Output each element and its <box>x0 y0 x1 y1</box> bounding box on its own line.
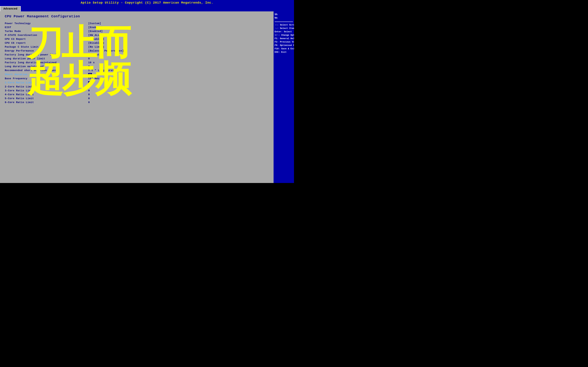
setting-value: [Enabled] <box>88 30 103 33</box>
setting-label: Power Technology <box>5 22 88 25</box>
setting-label: Base Frequency <box>5 77 88 80</box>
setting-label: 1-Core Ratio Limit <box>5 81 88 84</box>
main-content: CPU Power Management Configuration Power… <box>0 11 294 183</box>
setting-row[interactable]: CPU C3 Report[Disabled] <box>5 38 269 41</box>
setting-row[interactable]: Power Technology[Custom] <box>5 22 269 25</box>
right-key: ↑↓: Select Item <box>275 27 293 30</box>
setting-row[interactable]: Short duration power limit0 <box>5 73 269 76</box>
setting-label: 4-Core Ratio Limit <box>5 93 88 96</box>
setting-label: 6-Core Ratio Limit <box>5 101 88 104</box>
setting-value: 10 s <box>88 61 95 64</box>
left-panel: CPU Power Management Configuration Power… <box>0 11 274 183</box>
setting-value: 0 <box>88 93 90 96</box>
right-panel: Sh Wa →←: Select Screen↑↓: Select ItemEn… <box>274 11 294 183</box>
setting-row[interactable]: 4-Core Ratio Limit0 <box>5 93 269 96</box>
setting-value: 0 <box>88 57 90 60</box>
right-divider <box>275 22 293 22</box>
right-key: Enter: Select <box>275 30 293 33</box>
right-key: F1: General Help <box>275 37 293 40</box>
setting-row[interactable]: CPU C6 report[Disabled] <box>5 42 269 45</box>
setting-label: 3-Core Ratio Limit <box>5 89 88 92</box>
setting-label: Recommended short duration power l <box>5 69 88 72</box>
setting-label: P-STATE Coordination <box>5 34 88 37</box>
setting-value: [Custom] <box>88 22 101 25</box>
setting-label: CPU C6 report <box>5 42 88 45</box>
setting-value: 1.2 * Long Duration <box>88 69 119 72</box>
right-key: F10: Save & Exit <box>275 47 293 50</box>
setting-row[interactable]: Turbo Mode[Enabled] <box>5 30 269 33</box>
setting-value: 0 <box>88 73 92 76</box>
setting-value: 0 <box>88 89 90 92</box>
right-key: F2: Previous Values <box>275 41 293 43</box>
setting-label: Turbo Mode <box>5 30 88 33</box>
setting-label: EIST <box>5 26 88 29</box>
right-label-wa: Wa <box>275 17 293 19</box>
setting-value: [Disabled] <box>88 38 104 41</box>
setting-label: CPU C3 Report <box>5 38 88 41</box>
setting-label: Short duration power limit <box>5 73 88 76</box>
setting-value: 130 Watts <box>88 53 103 56</box>
setting-label: 2-Core Ratio Limit <box>5 85 88 88</box>
setting-value: [Enabled] <box>88 26 103 29</box>
right-key: ESC: Exit <box>275 51 293 53</box>
header-title: Aptio Setup Utility - Copyright (C) 2017… <box>81 1 213 4</box>
setting-value: [HW_ALL] <box>88 34 101 37</box>
setting-row[interactable]: Long duration maintained0 <box>5 65 269 68</box>
setting-value: [Balanced Performance] <box>88 50 124 52</box>
right-key: +/-: Change Opt. <box>275 34 293 36</box>
setting-label: Factory long duration power limit <box>5 53 88 56</box>
tab-advanced[interactable]: Advanced <box>0 6 21 11</box>
setting-row[interactable]: Base Frequency133 MHz <box>5 77 269 80</box>
setting-label: Energy Performance <box>5 50 88 52</box>
page-title: CPU Power Management Configuration <box>5 15 269 18</box>
right-key: F9: Optimized Defaults <box>275 44 293 47</box>
header-bar: Aptio Setup Utility - Copyright (C) 2017… <box>0 0 294 5</box>
settings-container: Power Technology[Custom]EIST[Enabled]Tur… <box>5 22 269 104</box>
setting-row[interactable]: 1-Core Ratio Limit0 <box>5 81 269 84</box>
tab-bar: Advanced <box>0 5 294 11</box>
setting-value: 0 <box>88 65 90 68</box>
setting-row[interactable]: Factory long duration power limit130 Wat… <box>5 53 269 56</box>
setting-value: 0 <box>88 97 90 100</box>
setting-row[interactable]: Package C State Limit[No Limit] <box>5 46 269 49</box>
setting-value: 0 <box>88 85 90 88</box>
setting-value: [No Limit] <box>88 46 104 49</box>
setting-row[interactable]: Factory long duration maintained10 s <box>5 61 269 64</box>
right-label-sh: Sh <box>275 13 293 16</box>
setting-label: 5-Core Ratio Limit <box>5 97 88 100</box>
right-keys-container: →←: Select Screen↑↓: Select ItemEnter: S… <box>275 24 293 54</box>
right-key: →←: Select Screen <box>275 24 293 26</box>
setting-label: Factory long duration maintained <box>5 61 88 64</box>
setting-label: Package C State Limit <box>5 46 88 49</box>
setting-row[interactable]: Long duration power limit0 <box>5 57 269 60</box>
setting-row[interactable]: Recommended short duration power l1.2 * … <box>5 69 269 72</box>
setting-label: Long duration maintained <box>5 65 88 68</box>
setting-row[interactable]: 2-Core Ratio Limit0 <box>5 85 269 88</box>
setting-row[interactable]: 6-Core Ratio Limit0 <box>5 101 269 104</box>
setting-row[interactable]: EIST[Enabled] <box>5 26 269 29</box>
setting-value: 133 MHz <box>88 77 100 80</box>
setting-row[interactable]: 3-Core Ratio Limit0 <box>5 89 269 92</box>
setting-value: 0 <box>88 101 90 104</box>
setting-row[interactable]: P-STATE Coordination[HW_ALL] <box>5 34 269 37</box>
setting-label: Long duration power limit <box>5 57 88 60</box>
setting-row[interactable]: Energy Performance[Balanced Performance] <box>5 50 269 52</box>
setting-value: [Disabled] <box>88 42 104 45</box>
setting-value: 0 <box>88 81 92 84</box>
setting-row[interactable]: 5-Core Ratio Limit0 <box>5 97 269 100</box>
